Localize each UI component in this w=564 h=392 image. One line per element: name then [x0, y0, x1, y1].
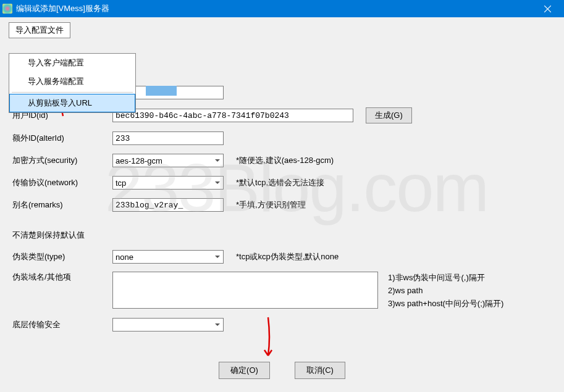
disguise-domain-label: 伪装域名/其他项 [12, 272, 112, 283]
app-icon [2, 4, 12, 14]
import-server-config-item[interactable]: 导入服务端配置 [9, 72, 135, 91]
network-hint: *默认tcp,选错会无法连接 [236, 177, 324, 188]
alter-id-label: 额外ID(alterId) [12, 133, 112, 144]
cancel-button[interactable]: 取消(C) [295, 362, 345, 379]
remarks-label: 别名(remarks) [12, 199, 112, 211]
disguise-hint-2: 2)ws path [388, 285, 503, 298]
import-clipboard-url-item[interactable]: 从剪贴板导入URL [9, 94, 135, 112]
remarks-hint: *手填,方便识别管理 [236, 199, 306, 211]
import-config-menu-button[interactable]: 导入配置文件 [9, 22, 70, 38]
alter-id-input[interactable] [112, 131, 224, 145]
ok-button[interactable]: 确定(O) [219, 362, 270, 379]
window-title: 编辑或添加[VMess]服务器 [16, 3, 534, 14]
tls-label: 底层传输安全 [12, 319, 112, 330]
network-label: 传输协议(network) [12, 177, 112, 188]
network-select[interactable]: tcp [112, 176, 224, 190]
remarks-input[interactable] [112, 198, 224, 212]
security-hint: *随便选,建议(aes-128-gcm) [236, 155, 334, 166]
disguise-type-label: 伪装类型(type) [12, 251, 112, 262]
dropdown-separator [12, 92, 133, 93]
disguise-domain-hints: 1)非ws伪装中间逗号(,)隔开 2)ws path 3)ws path+hos… [388, 272, 503, 310]
keep-default-label: 不清楚则保持默认值 [0, 227, 564, 247]
disguise-hint-3: 3)ws path+host(中间分号(;)隔开) [388, 298, 503, 311]
disguise-hint-1: 1)非ws伪装中间逗号(,)隔开 [388, 272, 503, 285]
import-client-config-item[interactable]: 导入客户端配置 [9, 54, 135, 72]
titlebar: 编辑或添加[VMess]服务器 [0, 0, 564, 17]
user-id-input[interactable] [112, 109, 353, 122]
security-label: 加密方式(security) [12, 155, 112, 166]
security-select[interactable]: aes-128-gcm [112, 154, 224, 167]
address-field-highlight [146, 86, 177, 96]
disguise-type-select[interactable]: none [112, 250, 224, 264]
close-button[interactable] [534, 0, 562, 17]
generate-button[interactable]: 生成(G) [366, 107, 412, 123]
import-config-dropdown: 导入客户端配置 导入服务端配置 从剪贴板导入URL [9, 53, 136, 113]
disguise-domain-input[interactable] [112, 272, 378, 309]
tls-select[interactable] [112, 318, 224, 332]
disguise-type-hint: *tcp或kcp伪装类型,默认none [236, 251, 339, 262]
